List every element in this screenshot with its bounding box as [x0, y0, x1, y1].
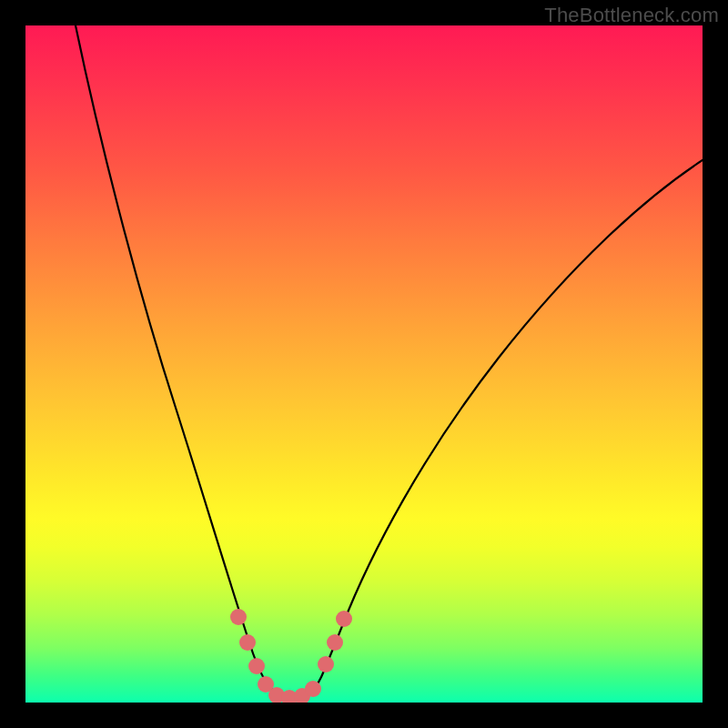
- highlight-dot: [248, 658, 265, 674]
- highlight-dot: [318, 656, 334, 672]
- highlight-dot: [230, 609, 247, 625]
- watermark-text: TheBottleneck.com: [544, 4, 719, 27]
- highlight-dot: [305, 681, 321, 697]
- bottleneck-curve-svg: [25, 25, 703, 703]
- highlight-dot: [239, 634, 256, 651]
- highlight-dots-group: [230, 609, 352, 703]
- highlight-dot: [327, 634, 343, 651]
- chart-plot-area: [25, 25, 703, 703]
- highlight-dot: [336, 611, 352, 627]
- bottleneck-curve-path: [76, 25, 703, 698]
